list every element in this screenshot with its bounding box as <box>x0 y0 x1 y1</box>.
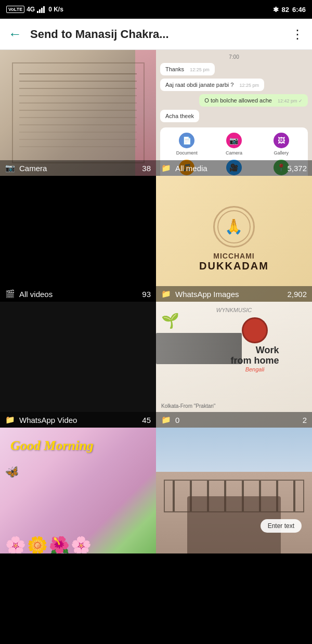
plant-icon: 🌱 <box>161 312 179 329</box>
mandala-inner: 🙏 <box>225 218 243 235</box>
option-gallery: 🖼 Gallery <box>259 133 303 156</box>
bluetooth-icon: ✱ <box>273 6 279 14</box>
svg-rect-3 <box>43 6 45 13</box>
wa-images-label-left: 📁 WhatsApp Images <box>161 289 239 299</box>
header: ← Send to Manasij Chakra... ⋮ <box>0 19 312 50</box>
wynk-logo: WYNKMUSIC <box>216 307 252 313</box>
mandala-thumbnail: 🙏 MICCHAMI DUKKADAM <box>156 176 312 302</box>
camera-option-icon: 📷 <box>226 133 242 148</box>
wa-images-folder-icon: 📁 <box>161 289 171 299</box>
all-media-count: 5,372 <box>287 164 307 173</box>
camera-label: 📷 Camera 38 <box>0 160 156 176</box>
sky-part <box>156 428 312 472</box>
building-part <box>156 472 312 553</box>
whatsapp-images-cell[interactable]: 🙏 MICCHAMI DUKKADAM 📁 WhatsApp Images 2,… <box>156 176 312 302</box>
music-items: Workfrom home Bengali <box>208 317 302 372</box>
chat-thumbnail: 7:00 Thanks 12:25 pm Aaj raat obdi janat… <box>156 50 312 176</box>
coffee-cup <box>242 317 268 343</box>
all-media-name: All media <box>175 164 207 173</box>
song-title: Workfrom home <box>230 345 279 366</box>
chat-bubble-4: Acha theek <box>160 110 199 122</box>
whatsapp-images-label: 📁 WhatsApp Images 2,902 <box>156 286 312 302</box>
all-videos-cell[interactable]: 🎬 All videos 93 <box>0 176 156 302</box>
flower-4: 🌸 <box>71 537 92 553</box>
music-count: 2 <box>303 416 307 424</box>
status-left: VoLTE 4G 0 K/s <box>6 6 63 13</box>
all-videos-name: All videos <box>19 290 53 299</box>
wa-images-name: WhatsApp Images <box>175 290 239 299</box>
music-label-left: 📁 0 <box>161 415 179 424</box>
wa-images-count: 2,902 <box>287 290 307 299</box>
all-media-label-left: 📁 All media <box>161 163 207 173</box>
micchami-line2: DUKKADAM <box>199 260 269 272</box>
flower-2: 🌼 <box>27 537 48 553</box>
all-videos-count: 93 <box>142 290 151 299</box>
camera-name: Camera <box>19 164 47 173</box>
back-button[interactable]: ← <box>8 26 22 42</box>
download-speed: 0 K/s <box>48 6 63 13</box>
wa-video-name: WhatsApp Video <box>19 416 77 424</box>
flower-3: 🌺 <box>49 537 70 553</box>
wa-video-label-left: 📁 WhatsApp Video <box>5 415 77 424</box>
volte-badge: VoLTE <box>6 6 24 13</box>
page-title: Send to Manasij Chakra... <box>30 28 283 41</box>
option-camera-label: Camera <box>226 150 242 156</box>
flower-decor: 🌸 🌼 🌺 🌸 <box>0 478 156 553</box>
wa-video-count: 45 <box>142 416 151 424</box>
svg-rect-0 <box>37 11 38 13</box>
music-label: 📁 0 2 <box>156 412 312 428</box>
flower-1: 🌸 <box>5 537 26 553</box>
wa-video-folder-icon: 📁 <box>5 415 15 424</box>
battery-level: 82 <box>282 6 289 14</box>
music-name: 0 <box>175 416 179 424</box>
status-bar: VoLTE 4G 0 K/s ✱ 82 6:46 <box>0 0 312 19</box>
mandala-text: 🙏 MICCHAMI DUKKADAM <box>199 206 269 272</box>
building-thumbnail <box>156 428 312 553</box>
music-thumbnail: WYNKMUSIC 🌱 Workfrom home Bengali Kolkat… <box>156 302 312 428</box>
document-icon: 📄 <box>179 133 194 148</box>
gallery-icon: 🖼 <box>274 133 289 148</box>
gm-text: Good Morning <box>10 438 94 454</box>
option-document-label: Document <box>176 150 198 156</box>
enter-text-bubble: Enter text <box>261 519 302 533</box>
chat-bubble-1: Thanks 12:25 pm <box>160 63 215 75</box>
camera-label-left: 📷 Camera <box>5 163 47 173</box>
camera-cell[interactable]: 📷 Camera 38 <box>0 50 156 176</box>
chat-bubble-2: Aaj raat obdi janate parbi ? 12:25 pm <box>160 79 264 91</box>
micchami-line1: MICCHAMI <box>199 252 269 260</box>
option-document: 📄 Document <box>165 133 209 156</box>
camera-thumbnail <box>0 50 156 176</box>
media-grid: 📷 Camera 38 7:00 Thanks 12:25 pm Aaj raa… <box>0 50 312 644</box>
music-cell[interactable]: WYNKMUSIC 🌱 Workfrom home Bengali Kolkat… <box>156 302 312 428</box>
paper-lines <box>12 62 145 163</box>
time-display: 6:46 <box>292 6 306 14</box>
mandala-circle: 🙏 <box>213 206 255 248</box>
svg-rect-1 <box>39 9 41 13</box>
song-language: Bengali <box>245 366 265 372</box>
all-media-folder-icon: 📁 <box>161 163 171 173</box>
menu-button[interactable]: ⋮ <box>291 27 304 42</box>
status-right: ✱ 82 6:46 <box>273 6 306 14</box>
all-videos-label-left: 🎬 All videos <box>5 289 53 299</box>
wifi-icon <box>37 6 46 13</box>
wa-video-label: 📁 WhatsApp Video 45 <box>0 412 156 428</box>
signal-strength: 4G <box>27 6 35 13</box>
all-media-label: 📁 All media 5,372 <box>156 160 312 176</box>
camera-icon: 📷 <box>5 163 15 173</box>
option-camera: 📷 Camera <box>213 133 256 156</box>
all-videos-label: 🎬 All videos 93 <box>0 286 156 302</box>
all-media-cell[interactable]: 7:00 Thanks 12:25 pm Aaj raat obdi janat… <box>156 50 312 176</box>
option-gallery-label: Gallery <box>274 150 289 156</box>
building-cell[interactable]: Enter text <box>156 428 312 553</box>
good-morning-cell[interactable]: Good Morning 🦋 🌸 🌼 🌺 🌸 <box>0 428 156 553</box>
video-icon: 🎬 <box>5 289 15 299</box>
camera-count: 38 <box>142 164 151 173</box>
chat-bubble-3: O toh bolche allowed ache 12:42 pm ✓ <box>199 94 308 107</box>
song-subtitle: Kolkata-From "Praktan" <box>161 403 215 409</box>
svg-rect-2 <box>41 8 43 13</box>
chat-time: 7:00 <box>160 54 308 60</box>
music-folder-icon: 📁 <box>161 415 171 424</box>
whatsapp-video-cell[interactable]: 📁 WhatsApp Video 45 <box>0 302 156 428</box>
